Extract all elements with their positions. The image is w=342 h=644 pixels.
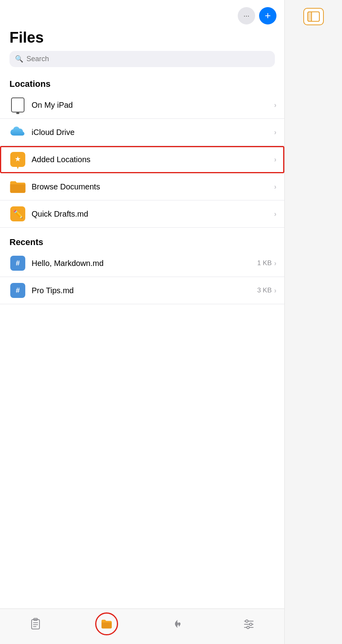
header: ··· +	[0, 0, 284, 28]
icloud-icon	[9, 124, 26, 140]
svg-rect-13	[308, 12, 311, 21]
folder-tab-icon	[101, 618, 113, 630]
tab-shortcuts[interactable]	[142, 618, 213, 630]
svg-rect-0	[32, 620, 39, 629]
added-label: Added Locations	[32, 155, 274, 164]
page-title: Files	[0, 28, 284, 51]
search-icon: 🔍	[15, 55, 23, 63]
chevron-icon: ›	[274, 183, 276, 191]
more-button[interactable]: ···	[238, 7, 255, 24]
plus-icon: +	[265, 10, 271, 21]
add-button[interactable]: +	[259, 7, 276, 24]
sidebar-toggle[interactable]	[303, 8, 324, 25]
chevron-icon: ›	[274, 286, 276, 295]
ipad-label: On My iPad	[32, 101, 274, 110]
hello-label: Hello, Markdown.md	[32, 259, 257, 268]
location-item-drafts[interactable]: ✏️ Quick Drafts.md ›	[0, 200, 284, 228]
tab-bar	[0, 608, 284, 644]
clipboard-icon	[30, 618, 41, 630]
hello-size: 1 KB	[257, 259, 272, 267]
draft-icon: ✏️	[9, 206, 26, 222]
bookmark-icon: ★	[9, 151, 26, 168]
tab-files[interactable]	[71, 612, 142, 635]
tab-settings[interactable]	[213, 618, 284, 630]
md-icon-protips: #	[9, 282, 26, 299]
folder-icon	[9, 178, 26, 195]
location-item-ipad[interactable]: On My iPad ›	[0, 92, 284, 119]
tab-notes[interactable]	[0, 618, 71, 630]
sliders-icon	[243, 618, 255, 630]
svg-point-8	[250, 623, 252, 625]
search-input[interactable]	[26, 55, 269, 63]
search-bar[interactable]: 🔍	[9, 51, 275, 67]
protips-label: Pro Tips.md	[32, 286, 257, 295]
drafts-label: Quick Drafts.md	[32, 210, 274, 219]
location-item-icloud[interactable]: iCloud Drive ›	[0, 119, 284, 146]
ipad-icon	[9, 97, 26, 113]
sidebar-panel	[284, 0, 342, 644]
sidebar-icon	[307, 11, 320, 22]
locations-header: Locations	[0, 75, 284, 92]
chevron-icon: ›	[274, 155, 276, 164]
protips-size: 3 KB	[257, 286, 272, 294]
active-indicator	[95, 612, 118, 635]
browse-label: Browse Documents	[32, 182, 274, 191]
chevron-icon: ›	[274, 101, 276, 109]
svg-point-6	[246, 620, 248, 622]
md-icon-hello: #	[9, 255, 26, 271]
recent-item-protips[interactable]: # Pro Tips.md 3 KB ›	[0, 277, 284, 304]
recent-item-hello[interactable]: # Hello, Markdown.md 1 KB ›	[0, 250, 284, 277]
recents-header: Recents	[0, 233, 284, 250]
icloud-label: iCloud Drive	[32, 128, 274, 137]
shortcuts-icon	[172, 618, 184, 630]
main-panel: ··· + Files 🔍 Locations On My iPad ›	[0, 0, 284, 644]
location-item-added[interactable]: ★ Added Locations ›	[0, 146, 284, 173]
location-item-browse[interactable]: Browse Documents ›	[0, 173, 284, 200]
svg-point-10	[247, 626, 249, 629]
chevron-icon: ›	[274, 128, 276, 137]
more-dots-icon: ···	[243, 12, 249, 20]
chevron-icon: ›	[274, 210, 276, 218]
chevron-icon: ›	[274, 259, 276, 268]
